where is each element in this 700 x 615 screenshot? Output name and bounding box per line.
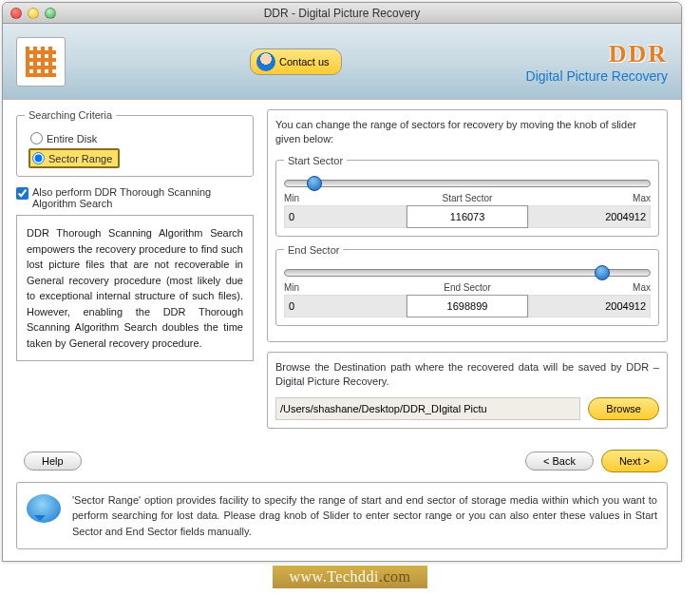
titlebar: DDR - Digital Picture Recovery (3, 3, 681, 24)
thorough-checkbox[interactable] (16, 187, 28, 200)
contact-us-button[interactable]: Contact us (250, 48, 342, 75)
destination-path-input[interactable] (275, 397, 580, 420)
entire-disk-label: Entire Disk (47, 133, 97, 144)
end-sector-slider[interactable] (284, 269, 651, 277)
end-min-field (284, 295, 407, 317)
start-min-field (284, 205, 407, 228)
destination-desc: Browse the Destination path where the re… (275, 360, 659, 390)
sector-range-label: Sector Range (48, 153, 112, 164)
help-button[interactable]: Help (24, 452, 82, 471)
sector-range-radio[interactable] (32, 152, 45, 164)
hint-text: 'Sector Range' option provides facility … (72, 492, 657, 540)
end-min-label: Min (284, 282, 407, 293)
start-value-label: Start Sector (407, 193, 529, 203)
end-sector-legend: End Sector (284, 244, 343, 256)
start-sector-knob[interactable] (307, 176, 322, 191)
speech-bubble-icon (27, 494, 61, 523)
start-max-field (528, 205, 651, 228)
start-max-label: Max (528, 193, 651, 203)
start-sector-slider[interactable] (284, 180, 651, 187)
end-sector-group: End Sector Min End Sector (275, 244, 659, 326)
thorough-label: Also perform DDR Thorough Scanning Algor… (32, 186, 254, 209)
sector-range-panel: You can change the range of sectors for … (267, 109, 668, 342)
browse-button[interactable]: Browse (588, 397, 659, 420)
end-sector-input[interactable] (407, 295, 529, 317)
end-max-label: Max (528, 282, 651, 293)
sector-description: You can change the range of sectors for … (275, 118, 659, 147)
start-sector-legend: Start Sector (284, 155, 347, 166)
next-button[interactable]: Next > (601, 450, 668, 472)
searching-criteria-group: Searching Criteria Entire Disk Sector Ra… (16, 109, 254, 177)
header-banner: Contact us DDR Digital Picture Recovery (3, 24, 681, 100)
watermark: www.Techddi.com (0, 566, 700, 588)
start-sector-group: Start Sector Min Start Sector (275, 155, 659, 237)
person-icon (256, 52, 275, 71)
brand-logo: DDR (526, 40, 668, 68)
contact-label: Contact us (279, 56, 330, 67)
app-window: DDR - Digital Picture Recovery Contact u… (2, 2, 682, 562)
brand-subtitle: Digital Picture Recovery (526, 68, 668, 84)
window-title: DDR - Digital Picture Recovery (3, 7, 681, 20)
end-value-label: End Sector (407, 282, 529, 293)
criteria-legend: Searching Criteria (25, 109, 116, 121)
start-sector-input[interactable] (407, 205, 529, 228)
destination-panel: Browse the Destination path where the re… (267, 352, 668, 429)
hint-panel: 'Sector Range' option provides facility … (16, 482, 668, 550)
back-button[interactable]: < Back (525, 452, 594, 471)
entire-disk-radio[interactable] (30, 132, 43, 144)
end-max-field (528, 295, 651, 317)
end-sector-knob[interactable] (595, 265, 610, 280)
thorough-info-text: DDR Thorough Scanning Algorithm Search e… (16, 215, 254, 361)
app-icon (16, 37, 66, 86)
start-min-label: Min (284, 193, 407, 203)
